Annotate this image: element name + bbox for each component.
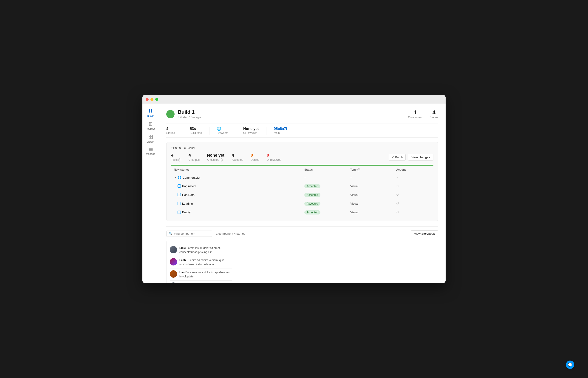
story-action[interactable]: ↺	[396, 202, 431, 205]
svg-rect-7	[151, 137, 152, 139]
find-component-input[interactable]	[174, 232, 210, 235]
sidebar-item-library[interactable]: Library	[144, 133, 158, 145]
story-action[interactable]: ↺	[396, 210, 431, 214]
story-type-cell: Visual	[350, 202, 396, 205]
table-row: Paginated Accepted Visual ↺	[171, 182, 433, 190]
status-badge: Accepted	[304, 202, 320, 206]
avatar	[170, 246, 177, 253]
status-badge: Accepted	[304, 210, 320, 215]
col-header-stories: New stories	[174, 168, 304, 171]
ancestors-label: Ancestors ?	[207, 158, 224, 162]
status-badge: Accepted	[304, 184, 320, 188]
branch-meta: 05c6a7f main	[274, 127, 295, 135]
story-rows-container: Paginated Accepted Visual ↺ Has Data Acc…	[171, 182, 433, 216]
svg-rect-1	[151, 109, 152, 111]
component-name-cell: ▼ CommentList	[174, 176, 304, 179]
app-body: Builds Reviews	[142, 104, 446, 283]
find-section: 🔍 1 component 4 stories View Storybook L…	[166, 227, 438, 283]
fullscreen-button[interactable]	[155, 98, 158, 101]
changes-value: 4	[189, 153, 200, 158]
main-content: Build 1 Initiated 15m ago 1 Component 4 …	[159, 104, 446, 283]
col-header-status: Status	[304, 168, 350, 171]
story-icon	[178, 184, 181, 188]
tests-count-stat: 4 Tests ?	[171, 153, 181, 162]
component-stat: 1 Component	[408, 109, 422, 119]
comment-author: Luke	[179, 246, 186, 250]
denied-label: Denied	[251, 158, 259, 162]
story-name-cell: Paginated	[178, 184, 304, 188]
comment-item: Han Duis aute irure dolor in reprehender…	[170, 269, 232, 281]
visual-badge: 👁 Visual	[184, 147, 195, 150]
view-changes-button[interactable]: View changes	[408, 154, 433, 161]
tests-info-icon[interactable]: ?	[178, 159, 181, 162]
component-type: --	[350, 176, 396, 179]
minimize-button[interactable]	[150, 98, 153, 101]
build-title: Build 1	[178, 109, 201, 115]
ui-reviews-label: UI Reviews	[243, 131, 259, 135]
browsers-meta: 🌐 Browsers	[217, 127, 236, 135]
sidebar-item-builds[interactable]: Builds	[144, 107, 158, 119]
stories-meta-label: Stories	[166, 131, 175, 135]
stories-label: Stories	[430, 116, 438, 119]
build-info: Build 1 Initiated 15m ago	[166, 109, 201, 119]
build-header: Build 1 Initiated 15m ago 1 Component 4 …	[166, 109, 438, 119]
story-type-cell: Visual	[350, 193, 396, 197]
story-type-cell: Visual	[350, 211, 396, 214]
reviews-label: Reviews	[146, 127, 155, 130]
denied-value: 0	[251, 153, 259, 158]
comments-container: Luke Lorem ipsum dolor sit amet, consect…	[170, 244, 232, 283]
build-time-meta: 53s Build time	[190, 127, 209, 135]
close-button[interactable]	[146, 98, 149, 101]
story-action[interactable]: ↺	[396, 184, 431, 188]
batch-button[interactable]: ✓ Batch	[389, 154, 406, 161]
component-grid-icon	[178, 176, 181, 179]
comment-author: Poe	[179, 283, 184, 283]
unreviewed-value: 0	[267, 153, 281, 158]
component-action[interactable]: ✓	[396, 176, 431, 179]
comment-author: Han	[179, 271, 185, 274]
sidebar-item-manage[interactable]: Manage	[144, 146, 158, 157]
story-icon	[178, 202, 181, 205]
story-icon	[178, 193, 181, 196]
unreviewed-stat: 0 Unreviewed	[267, 153, 281, 162]
sidebar-item-reviews[interactable]: Reviews	[144, 120, 158, 132]
manage-icon	[149, 148, 153, 152]
comment-text: Poe Ut enim ad minim veniam, quis nostru…	[179, 283, 232, 283]
changes-stat: 4 Changes	[189, 153, 200, 162]
accepted-stat: 4 Accepted	[232, 153, 243, 162]
find-input-wrap[interactable]: 🔍	[166, 230, 212, 237]
stories-stat: 4 Stories	[430, 109, 438, 119]
visual-label: Visual	[187, 147, 195, 150]
svg-rect-4	[149, 135, 150, 137]
story-status-cell: Accepted	[304, 210, 350, 214]
tests-stats: 4 Tests ? 4 Changes	[171, 153, 281, 162]
view-storybook-button[interactable]: View Storybook	[411, 230, 438, 237]
titlebar	[142, 95, 446, 104]
checkmark-icon: ✓	[392, 155, 394, 159]
commit-hash[interactable]: 05c6a7f	[274, 127, 287, 131]
story-action[interactable]: ↺	[396, 193, 431, 197]
build-title-group: Build 1 Initiated 15m ago	[178, 109, 201, 119]
stories-count: 4	[430, 109, 438, 116]
table-row: Has Data Accepted Visual ↺	[171, 190, 433, 199]
table-header: New stories Status Type ? Actions	[171, 166, 433, 173]
svg-rect-0	[149, 109, 150, 111]
component-status: --	[304, 176, 350, 179]
build-time-label: Build time	[190, 131, 202, 135]
manage-label: Manage	[146, 152, 155, 155]
story-status-cell: Accepted	[304, 184, 350, 188]
tests-stats-row: 4 Tests ? 4 Changes	[171, 153, 433, 162]
meta-bar: 4 Stories 53s Build time 🌐 Browsers None…	[166, 123, 438, 137]
preview-area: Luke Lorem ipsum dolor sit amet, consect…	[166, 241, 235, 283]
chat-button[interactable]: 💬	[566, 361, 574, 369]
library-icon	[149, 135, 153, 140]
avatar	[170, 283, 177, 283]
build-summary-stats: 1 Component 4 Stories	[408, 109, 438, 119]
table-row: Empty Accepted Visual ↺	[171, 208, 433, 216]
type-info-icon[interactable]: ?	[357, 168, 360, 171]
ancestors-info-icon[interactable]: ?	[220, 159, 223, 162]
component-row: ▼ CommentList -- -- ✓	[171, 173, 433, 182]
expand-icon[interactable]: ▼	[174, 176, 177, 179]
comment-item: Luke Lorem ipsum dolor sit amet, consect…	[170, 244, 232, 256]
svg-rect-5	[151, 135, 152, 137]
